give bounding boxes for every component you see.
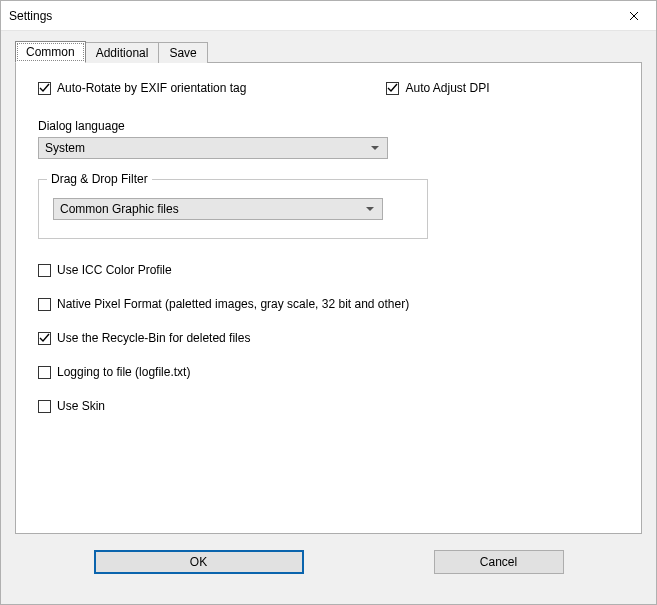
checkmark-icon [39,83,50,94]
logging-to-file-label: Logging to file (logfile.txt) [57,365,190,379]
checkbox-box [386,82,399,95]
use-recycle-bin-label: Use the Recycle-Bin for deleted files [57,331,250,345]
cancel-button[interactable]: Cancel [434,550,564,574]
settings-window: Settings Common Additional Save Auto-Rot… [0,0,657,605]
ok-button[interactable]: OK [94,550,304,574]
native-pixel-label: Native Pixel Format (paletted images, gr… [57,297,409,311]
tab-common[interactable]: Common [15,41,86,63]
tab-save[interactable]: Save [158,42,207,63]
drag-drop-filter-legend: Drag & Drop Filter [47,172,152,186]
native-pixel-checkbox[interactable]: Native Pixel Format (paletted images, gr… [38,297,619,311]
dialog-language-value: System [45,141,85,155]
tabpanel-common: Auto-Rotate by EXIF orientation tag Auto… [15,62,642,534]
auto-adjust-dpi-label: Auto Adjust DPI [405,81,489,95]
logging-to-file-checkbox[interactable]: Logging to file (logfile.txt) [38,365,619,379]
dialog-language-select[interactable]: System [38,137,388,159]
button-row: OK Cancel [15,534,642,590]
window-title: Settings [9,9,52,23]
tab-bar: Common Additional Save [15,41,642,63]
tab-additional[interactable]: Additional [85,42,160,63]
chevron-down-icon [371,146,379,150]
drag-drop-filter-select[interactable]: Common Graphic files [53,198,383,220]
use-recycle-bin-checkbox[interactable]: Use the Recycle-Bin for deleted files [38,331,619,345]
checkbox-box [38,298,51,311]
checkbox-box [38,366,51,379]
use-skin-checkbox[interactable]: Use Skin [38,399,619,413]
use-icc-checkbox[interactable]: Use ICC Color Profile [38,263,619,277]
titlebar: Settings [1,1,656,31]
drag-drop-filter-value: Common Graphic files [60,202,179,216]
auto-rotate-checkbox[interactable]: Auto-Rotate by EXIF orientation tag [38,81,246,95]
use-skin-label: Use Skin [57,399,105,413]
chevron-down-icon [366,207,374,211]
checkmark-icon [39,333,50,344]
content-area: Common Additional Save Auto-Rotate by EX… [1,31,656,604]
drag-drop-filter-group: Drag & Drop Filter Common Graphic files [38,179,428,239]
dialog-language-label: Dialog language [38,119,619,133]
checkmark-icon [387,83,398,94]
auto-adjust-dpi-checkbox[interactable]: Auto Adjust DPI [386,81,489,95]
close-icon [629,11,639,21]
checkbox-box [38,332,51,345]
auto-rotate-label: Auto-Rotate by EXIF orientation tag [57,81,246,95]
use-icc-label: Use ICC Color Profile [57,263,172,277]
checkbox-box [38,400,51,413]
checkbox-box [38,82,51,95]
checkbox-box [38,264,51,277]
close-button[interactable] [611,1,656,31]
